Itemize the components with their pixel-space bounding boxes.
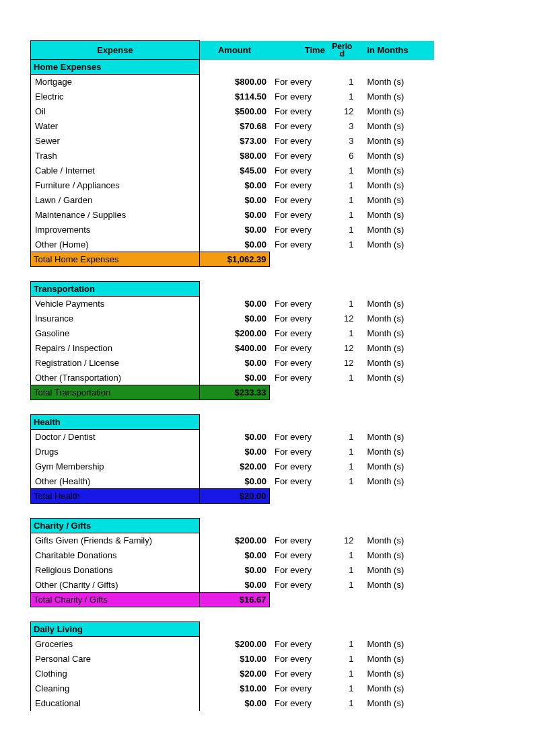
expense-period: 1 — [328, 163, 360, 178]
expense-unit: Month (s) — [360, 667, 433, 681]
expense-amount: $10.00 — [199, 652, 269, 667]
expense-amount: $0.00 — [199, 208, 269, 223]
expense-time: For every — [269, 104, 328, 119]
expense-time: For every — [269, 637, 328, 652]
expense-amount: $0.00 — [199, 474, 269, 489]
expense-row: Educational$0.00For every1Month (s) — [31, 696, 434, 711]
header-period-bot: d — [340, 49, 345, 59]
expense-time: For every — [269, 311, 328, 326]
expense-unit: Month (s) — [360, 341, 433, 356]
expense-unit: Month (s) — [360, 430, 433, 445]
expense-time: For every — [269, 578, 328, 593]
spacer-row — [31, 267, 434, 282]
expense-time: For every — [269, 223, 328, 237]
expense-label: Registration / License — [31, 356, 200, 371]
expense-label: Personal Care — [31, 652, 200, 667]
section-header: Transportation — [31, 282, 434, 297]
expense-unit: Month (s) — [360, 445, 433, 459]
total-row: Total Home Expenses$1,062.39 — [31, 252, 434, 267]
expense-row: Repairs / Inspection$400.00For every12Mo… — [31, 341, 434, 356]
total-label: Total Transportation — [31, 385, 200, 400]
expense-period: 1 — [328, 430, 360, 445]
expense-time: For every — [269, 75, 328, 89]
expense-unit: Month (s) — [360, 652, 433, 667]
expense-period: 1 — [328, 637, 360, 652]
total-amount: $233.33 — [199, 385, 269, 400]
expense-time: For every — [269, 667, 328, 681]
total-amount: $20.00 — [199, 489, 269, 504]
expense-row: Vehicle Payments$0.00For every1Month (s) — [31, 297, 434, 311]
expense-amount: $0.00 — [199, 430, 269, 445]
expense-time: For every — [269, 178, 328, 193]
expense-time: For every — [269, 371, 328, 385]
expense-row: Oil$500.00For every12Month (s) — [31, 104, 434, 119]
expense-unit: Month (s) — [360, 178, 433, 193]
expense-period: 1 — [328, 237, 360, 252]
expense-period: 1 — [328, 563, 360, 578]
expense-label: Lawn / Garden — [31, 193, 200, 208]
expense-label: Educational — [31, 696, 200, 711]
expense-amount: $0.00 — [199, 578, 269, 593]
expense-time: For every — [269, 652, 328, 667]
expense-period: 1 — [328, 548, 360, 563]
expense-unit: Month (s) — [360, 149, 433, 163]
expense-period: 1 — [328, 696, 360, 711]
expense-row: Gasoline$200.00For every1Month (s) — [31, 326, 434, 341]
expense-row: Charitable Donations$0.00For every1Month… — [31, 548, 434, 563]
expense-amount: $0.00 — [199, 297, 269, 311]
expense-period: 1 — [328, 193, 360, 208]
expense-label: Gasoline — [31, 326, 200, 341]
expense-label: Sewer — [31, 134, 200, 149]
expense-amount: $10.00 — [199, 681, 269, 696]
expense-amount: $0.00 — [199, 548, 269, 563]
spacer-row — [31, 504, 434, 519]
expense-amount: $800.00 — [199, 75, 269, 89]
expense-period: 12 — [328, 104, 360, 119]
expense-label: Religious Donations — [31, 563, 200, 578]
expense-label: Furniture / Appliances — [31, 178, 200, 193]
expense-unit: Month (s) — [360, 474, 433, 489]
expense-label: Oil — [31, 104, 200, 119]
section-name: Transportation — [31, 282, 200, 297]
total-amount: $16.67 — [199, 593, 269, 607]
expense-amount: $20.00 — [199, 459, 269, 474]
expense-amount: $200.00 — [199, 637, 269, 652]
expense-unit: Month (s) — [360, 119, 433, 134]
expense-unit: Month (s) — [360, 371, 433, 385]
expense-unit: Month (s) — [360, 193, 433, 208]
expense-period: 1 — [328, 326, 360, 341]
expense-row: Registration / License$0.00For every12Mo… — [31, 356, 434, 371]
total-row: Total Charity / Gifts$16.67 — [31, 593, 434, 607]
expense-unit: Month (s) — [360, 356, 433, 371]
expense-row: Other (Home)$0.00For every1Month (s) — [31, 237, 434, 252]
expense-time: For every — [269, 548, 328, 563]
expense-row: Groceries$200.00For every1Month (s) — [31, 637, 434, 652]
expense-label: Gifts Given (Friends & Family) — [31, 533, 200, 548]
expense-time: For every — [269, 193, 328, 208]
section-header: Charity / Gifts — [31, 519, 434, 533]
expense-time: For every — [269, 430, 328, 445]
header-period: Period — [328, 41, 360, 60]
expense-unit: Month (s) — [360, 311, 433, 326]
expense-label: Improvements — [31, 223, 200, 237]
expense-row: Other (Charity / Gifts)$0.00For every1Mo… — [31, 578, 434, 593]
expense-amount: $0.00 — [199, 696, 269, 711]
expense-label: Other (Charity / Gifts) — [31, 578, 200, 593]
expense-time: For every — [269, 119, 328, 134]
header-time: Time — [269, 41, 328, 60]
expense-period: 1 — [328, 297, 360, 311]
expense-row: Drugs$0.00For every1Month (s) — [31, 445, 434, 459]
spacer-row — [31, 400, 434, 415]
expense-amount: $0.00 — [199, 563, 269, 578]
expense-row: Lawn / Garden$0.00For every1Month (s) — [31, 193, 434, 208]
total-row: Total Transportation$233.33 — [31, 385, 434, 400]
expense-amount: $80.00 — [199, 149, 269, 163]
expense-label: Repairs / Inspection — [31, 341, 200, 356]
expense-period: 3 — [328, 134, 360, 149]
expense-amount: $0.00 — [199, 193, 269, 208]
expense-period: 1 — [328, 445, 360, 459]
expense-row: Personal Care$10.00For every1Month (s) — [31, 652, 434, 667]
expense-unit: Month (s) — [360, 637, 433, 652]
expense-unit: Month (s) — [360, 563, 433, 578]
expense-label: Clothing — [31, 667, 200, 681]
